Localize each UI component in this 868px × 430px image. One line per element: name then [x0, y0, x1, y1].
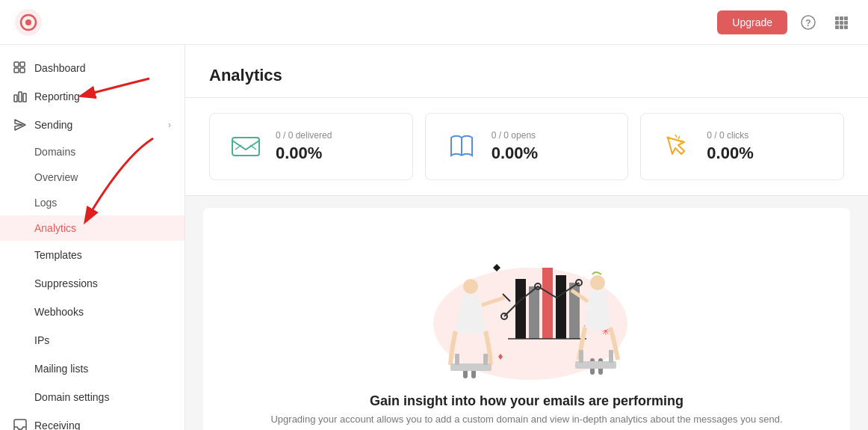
sidebar-item-label: Templates: [34, 249, 82, 261]
sidebar-item-label: Reporting: [34, 90, 80, 102]
sidebar-item-mailing-lists[interactable]: Mailing lists: [0, 354, 185, 383]
domain-settings-icon: [13, 390, 27, 404]
sidebar-item-label: Sending: [34, 119, 72, 131]
svg-rect-34: [515, 279, 526, 339]
sidebar-item-dashboard[interactable]: Dashboard: [0, 54, 185, 82]
sidebar-item-domain-settings[interactable]: Domain settings: [0, 383, 185, 411]
mailing-lists-icon: [13, 362, 27, 375]
sidebar-item-reporting[interactable]: Reporting: [0, 82, 185, 111]
bar-chart-icon: [13, 90, 27, 103]
svg-rect-20: [23, 93, 26, 102]
top-header: Upgrade ?: [0, 0, 868, 45]
main-layout: Dashboard Reporting Sending ›: [0, 45, 868, 430]
sidebar-item-label: Mailing lists: [34, 363, 88, 375]
stat-label: 0 / 0 opens: [492, 130, 538, 141]
sidebar-item-label: Dashboard: [34, 62, 86, 74]
sidebar-item-ips[interactable]: IPs: [0, 326, 185, 354]
svg-point-43: [463, 279, 478, 294]
stat-value: 0.00%: [276, 144, 332, 163]
svg-rect-8: [835, 21, 839, 25]
page-title: Analytics: [209, 66, 844, 97]
sidebar-sub-label: Domains: [34, 146, 75, 158]
sidebar-sub-item-logs[interactable]: Logs: [0, 190, 185, 215]
svg-rect-10: [844, 21, 848, 25]
svg-point-50: [590, 275, 605, 290]
logo: [15, 9, 42, 36]
svg-line-30: [675, 135, 677, 138]
svg-rect-13: [844, 25, 848, 29]
stat-label: 0 / 0 delivered: [276, 130, 332, 141]
sidebar-sub-label: Logs: [34, 197, 57, 209]
stat-label: 0 / 0 clicks: [707, 130, 753, 141]
svg-marker-46: [493, 264, 500, 271]
svg-rect-16: [14, 68, 19, 73]
stat-info-opens: 0 / 0 opens 0.00%: [492, 130, 538, 163]
apps-grid-icon[interactable]: [829, 10, 853, 34]
svg-rect-36: [542, 268, 553, 339]
inbox-icon: [13, 419, 27, 430]
illustration-title: Gain insight into how your emails are pe…: [270, 393, 782, 409]
sidebar-item-label: Receiving: [34, 420, 80, 430]
svg-line-31: [678, 136, 680, 139]
svg-rect-11: [835, 25, 839, 29]
svg-rect-7: [844, 16, 848, 20]
svg-rect-19: [19, 92, 22, 102]
illustration-section: ✳: [203, 208, 850, 430]
stat-card-clicks: 0 / 0 clicks 0.00%: [640, 113, 844, 180]
templates-icon: [13, 248, 27, 262]
grid-icon: [13, 61, 27, 75]
book-icon: [444, 129, 480, 165]
help-icon[interactable]: ?: [796, 10, 820, 34]
svg-rect-6: [840, 16, 843, 20]
sidebar-item-label: Webhooks: [34, 306, 84, 318]
suppressions-icon: [13, 277, 27, 290]
analytics-illustration: ✳: [385, 227, 669, 384]
svg-rect-58: [609, 350, 613, 363]
main-content: Analytics 0 / 0 delivered 0.00%: [185, 45, 868, 430]
analytics-header: Analytics: [185, 45, 868, 98]
svg-rect-37: [556, 275, 566, 339]
sidebar-sub-item-analytics[interactable]: Analytics: [0, 215, 185, 241]
sidebar-item-suppressions[interactable]: Suppressions: [0, 269, 185, 298]
illustration-text: Gain insight into how your emails are pe…: [270, 387, 782, 425]
sidebar-item-webhooks[interactable]: Webhooks: [0, 298, 185, 326]
svg-text:?: ?: [805, 17, 810, 28]
illustration-subtitle: Upgrading your account allows you to add…: [270, 414, 782, 425]
sidebar-item-sending[interactable]: Sending ›: [0, 111, 185, 139]
stats-row: 0 / 0 delivered 0.00% 0 / 0 opens 0.00%: [185, 98, 868, 196]
sidebar-item-label: Domain settings: [34, 391, 109, 403]
svg-rect-21: [14, 420, 26, 430]
svg-point-29: [666, 136, 669, 139]
sidebar-item-label: Suppressions: [34, 277, 98, 289]
stat-value: 0.00%: [707, 144, 753, 163]
svg-rect-35: [529, 286, 539, 339]
cursor-icon: [659, 129, 695, 165]
svg-rect-54: [455, 354, 459, 365]
sidebar-item-label: IPs: [34, 334, 49, 346]
sidebar-sub-label: Analytics: [34, 222, 76, 234]
stat-info-clicks: 0 / 0 clicks 0.00%: [707, 130, 753, 163]
stat-card-delivered: 0 / 0 delivered 0.00%: [209, 113, 413, 180]
svg-rect-17: [20, 68, 25, 73]
svg-rect-12: [840, 25, 843, 29]
svg-line-26: [235, 145, 241, 150]
sidebar: Dashboard Reporting Sending ›: [0, 45, 185, 430]
sidebar-sub-item-overview[interactable]: Overview: [0, 165, 185, 190]
svg-line-27: [250, 145, 256, 150]
svg-rect-9: [840, 21, 843, 25]
sidebar-item-templates[interactable]: Templates: [0, 241, 185, 269]
stat-value: 0.00%: [492, 144, 538, 163]
ips-icon: [13, 334, 27, 347]
sidebar-item-receiving[interactable]: Receiving: [0, 411, 185, 430]
webhooks-icon: [13, 305, 27, 319]
svg-rect-5: [835, 16, 839, 20]
svg-rect-18: [14, 95, 17, 102]
upgrade-button[interactable]: Upgrade: [717, 10, 787, 34]
svg-rect-14: [14, 62, 19, 67]
send-icon: [13, 118, 27, 132]
header-actions: Upgrade ?: [717, 10, 853, 34]
svg-rect-25: [232, 138, 259, 156]
sidebar-sub-item-domains[interactable]: Domains: [0, 139, 185, 165]
envelope-icon: [228, 129, 264, 165]
chevron-right-icon: ›: [168, 120, 171, 130]
